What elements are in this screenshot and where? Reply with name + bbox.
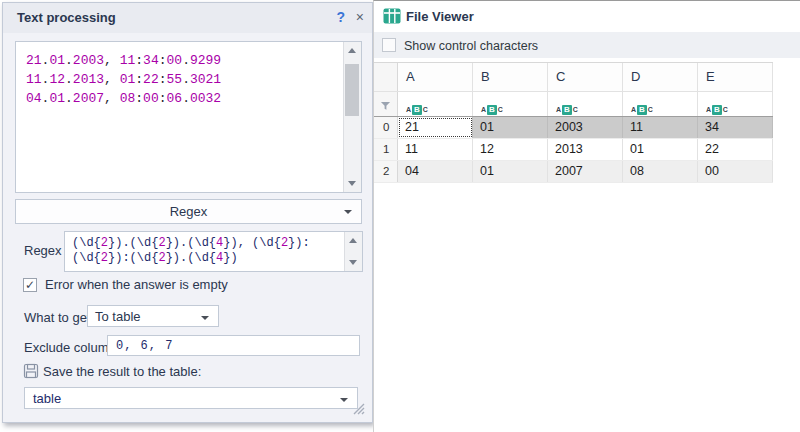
close-icon[interactable]: × [356, 9, 364, 25]
text-processing-dialog: Text processing ? × 21.01.2003, 11:34:00… [2, 2, 373, 423]
regex-input[interactable]: (\d{2}).(\d{2}).(\d{4}), (\d{2}): (\d{2}… [64, 231, 363, 272]
show-control-characters-row: Show control characters [374, 32, 800, 58]
file-viewer-title: File Viewer [406, 9, 474, 24]
column-type-abc-icon: ABC [631, 105, 653, 115]
exclude-columns-input[interactable]: 0, 6, 7 [107, 335, 360, 356]
scroll-up-icon[interactable] [345, 233, 362, 248]
column-type-cell[interactable]: ABC [548, 92, 623, 116]
column-type-cell[interactable]: ABC [698, 92, 773, 116]
table-cell[interactable]: 04 [398, 161, 473, 182]
column-type-abc-icon: ABC [706, 105, 728, 115]
chevron-down-icon [201, 316, 209, 320]
table-cell[interactable]: 08 [623, 161, 698, 182]
scrollbar-vertical[interactable] [343, 42, 361, 192]
regex-field-label: Regex [24, 243, 62, 258]
column-header[interactable]: D [623, 63, 698, 91]
table-cell[interactable]: 2007 [548, 161, 623, 182]
file-viewer-panel: File Viewer Show control characters ABCD… [373, 0, 800, 432]
column-type-abc-icon: ABC [481, 105, 503, 115]
column-header[interactable]: C [548, 63, 623, 91]
save-result-label: Save the result to the table: [43, 364, 201, 379]
table-cell[interactable]: 22 [698, 139, 773, 160]
row-header[interactable]: 1 [374, 139, 398, 160]
chevron-down-icon [340, 398, 348, 402]
table-row: 2040120070800 [374, 161, 773, 183]
dialog-title: Text processing [17, 10, 116, 25]
column-type-abc-icon: ABC [406, 105, 428, 115]
column-type-cell[interactable]: ABC [398, 92, 473, 116]
resize-grip[interactable] [353, 403, 365, 415]
what-to-get-label: What to get [24, 310, 90, 325]
save-table-value: table [33, 391, 61, 406]
table-cell[interactable]: 34 [698, 117, 773, 138]
source-text-area[interactable]: 21.01.2003, 11:34:00.9299 11.12.2013, 01… [15, 41, 362, 193]
table-icon [383, 8, 401, 24]
table-cell[interactable]: 00 [698, 161, 773, 182]
exclude-columns-value: 0, 6, 7 [116, 339, 173, 353]
source-text-content[interactable]: 21.01.2003, 11:34:00.9299 11.12.2013, 01… [16, 42, 344, 192]
what-to-get-value: To table [95, 309, 141, 324]
column-header[interactable]: A [398, 63, 473, 91]
row-header[interactable]: 0 [374, 117, 398, 138]
row-header[interactable]: 2 [374, 161, 398, 182]
error-checkbox-label: Error when the answer is empty [45, 277, 228, 292]
table-cell[interactable]: 11 [398, 139, 473, 160]
table-cell[interactable]: 01 [473, 117, 548, 138]
column-type-cell[interactable]: ABC [623, 92, 698, 116]
table-corner-cell[interactable] [374, 63, 398, 91]
error-checkbox[interactable]: ✓ [23, 278, 37, 292]
save-table-dropdown[interactable]: table [24, 387, 358, 409]
table-cell[interactable]: 21 [398, 117, 473, 138]
save-icon [23, 363, 39, 379]
chevron-down-icon [344, 210, 352, 214]
regex-input-content[interactable]: (\d{2}).(\d{2}).(\d{4}), (\d{2}): (\d{2}… [65, 232, 345, 271]
help-icon[interactable]: ? [336, 9, 345, 25]
dialog-titlebar[interactable]: Text processing ? × [3, 3, 372, 33]
table-cell[interactable]: 01 [623, 139, 698, 160]
table-header-row: ABCDE [374, 62, 773, 92]
table-cell[interactable]: 2013 [548, 139, 623, 160]
table-cell[interactable]: 11 [623, 117, 698, 138]
table-row: 0210120031134 [374, 117, 773, 139]
mode-dropdown[interactable]: Regex [15, 199, 362, 224]
screen: Text processing ? × 21.01.2003, 11:34:00… [0, 0, 800, 432]
mode-dropdown-value: Regex [16, 204, 361, 219]
scrollbar-thumb[interactable] [345, 64, 359, 116]
error-checkbox-row: ✓ Error when the answer is empty [23, 277, 228, 292]
show-control-characters-label: Show control characters [404, 39, 538, 53]
filter-icon[interactable] [374, 92, 398, 116]
show-control-characters-checkbox[interactable] [382, 38, 396, 52]
scroll-down-icon[interactable] [345, 255, 362, 270]
file-viewer-titlebar: File Viewer [374, 1, 800, 32]
table-cell[interactable]: 2003 [548, 117, 623, 138]
scroll-up-icon[interactable] [344, 43, 361, 58]
column-type-cell[interactable]: ABC [473, 92, 548, 116]
table-cell[interactable]: 12 [473, 139, 548, 160]
regex-scrollbar[interactable] [344, 232, 362, 271]
column-type-abc-icon: ABC [556, 105, 578, 115]
save-result-row: Save the result to the table: [23, 363, 201, 379]
table-cell[interactable]: 01 [473, 161, 548, 182]
column-header[interactable]: B [473, 63, 548, 91]
data-table: ABCDEABCABCABCABCABC02101200311341111220… [374, 62, 773, 183]
column-header[interactable]: E [698, 63, 773, 91]
table-filter-row: ABCABCABCABCABC [374, 92, 773, 117]
scroll-down-icon[interactable] [344, 176, 361, 191]
table-row: 1111220130122 [374, 139, 773, 161]
what-to-get-dropdown[interactable]: To table [87, 305, 219, 327]
